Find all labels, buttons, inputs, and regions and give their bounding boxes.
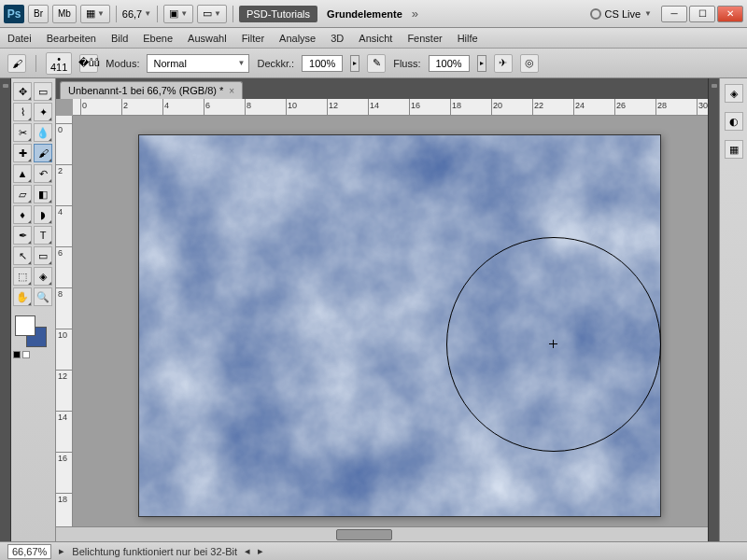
menu-bearbeiten[interactable]: Bearbeiten (47, 33, 96, 44)
menu-filter[interactable]: Filter (242, 33, 264, 44)
view-extras-button[interactable]: ▦▼ (80, 5, 110, 23)
scrollbar-horizontal[interactable] (56, 526, 708, 541)
workspace-secondary[interactable]: Grundelemente (321, 8, 408, 20)
document-area: Unbenannt-1 bei 66,7% (RGB/8) * × 024681… (56, 78, 708, 541)
menu-hilfe[interactable]: Hilfe (458, 33, 478, 44)
healing-tool[interactable]: ✚ (13, 144, 32, 162)
status-nav-left[interactable]: ◂ (245, 545, 250, 557)
status-flyout-icon[interactable]: ▸ (59, 545, 64, 557)
layers-panel-icon[interactable]: ◈ (725, 84, 743, 103)
menu-fenster[interactable]: Fenster (407, 33, 442, 44)
opacity-label: Deckkr.: (257, 58, 294, 69)
toolbox: ✥▭ ⌇✦ ✂💧 ✚🖌 ▲↶ ▱◧ ♦◗ ✒T ↖▭ ⬚◈ ✋🔍 (11, 78, 56, 541)
opacity-flyout[interactable]: ▸ (350, 55, 359, 72)
menu-datei[interactable]: Datei (7, 33, 32, 44)
pen-tool[interactable]: ✒ (13, 226, 32, 245)
minibridge-button[interactable]: Mb (52, 5, 77, 23)
scrollbar-thumb[interactable] (336, 529, 392, 540)
right-dock-strip[interactable] (708, 78, 719, 541)
default-colors[interactable] (13, 351, 53, 358)
options-bar: 🖌 •411 �ůů Modus: Normal Deckkr.: 100% ▸… (0, 49, 747, 78)
tab-title: Unbenannt-1 bei 66,7% (RGB/8) * (68, 85, 223, 96)
left-dock-strip[interactable] (0, 78, 11, 541)
path-select-tool[interactable]: ↖ (13, 246, 32, 265)
title-bar: Ps Br Mb ▦▼ 66,7▼ ▣▼ ▭▼ PSD-Tutorials Gr… (0, 0, 747, 28)
history-brush-tool[interactable]: ↶ (34, 164, 52, 183)
move-tool[interactable]: ✥ (13, 82, 32, 101)
menu-auswahl[interactable]: Auswahl (188, 33, 227, 44)
brush-preset-picker[interactable]: •411 (46, 52, 72, 75)
status-zoom[interactable]: 66,67% (7, 544, 51, 559)
menu-bar: Datei Bearbeiten Bild Ebene Auswahl Filt… (0, 28, 747, 49)
crop-tool[interactable]: ✂ (13, 123, 32, 142)
grid-icon: ▣ (169, 7, 178, 20)
type-tool[interactable]: T (34, 226, 52, 245)
flow-label: Fluss: (393, 58, 420, 69)
tablet-pressure-icon[interactable]: ◎ (520, 54, 539, 73)
3d-tool[interactable]: ⬚ (13, 267, 32, 286)
mode-label: Modus: (106, 58, 139, 69)
svg-rect-2 (139, 135, 660, 516)
tab-close-icon[interactable]: × (229, 86, 234, 96)
airbrush-icon[interactable]: ✈ (494, 54, 513, 73)
document-tab[interactable]: Unbenannt-1 bei 66,7% (RGB/8) * × (60, 81, 243, 99)
window-maximize[interactable]: ☐ (689, 6, 715, 22)
app-logo: Ps (4, 5, 24, 23)
wand-tool[interactable]: ✦ (34, 103, 52, 121)
cslive-icon (590, 8, 601, 20)
zoom-tool[interactable]: 🔍 (34, 287, 52, 306)
document-tabs: Unbenannt-1 bei 66,7% (RGB/8) * × (56, 78, 708, 99)
opacity-pressure-icon[interactable]: ✎ (367, 54, 386, 73)
gradient-tool[interactable]: ◧ (34, 185, 52, 203)
menu-ebene[interactable]: Ebene (143, 33, 173, 44)
current-tool-icon[interactable]: 🖌 (7, 54, 26, 73)
menu-ansicht[interactable]: Ansicht (359, 33, 392, 44)
right-panel-dock: ◈ ◐ ▦ (719, 78, 747, 541)
adjustments-panel-icon[interactable]: ◐ (725, 112, 743, 131)
menu-bild[interactable]: Bild (111, 33, 128, 44)
menu-3d[interactable]: 3D (331, 33, 344, 44)
bridge-button[interactable]: Br (28, 5, 49, 23)
marquee-tool[interactable]: ▭ (34, 82, 52, 101)
canvas-viewport[interactable] (73, 116, 708, 526)
ruler-horizontal[interactable]: 024681012141618202224262830 (73, 99, 708, 116)
status-message: Belichtung funktioniert nur bei 32-Bit (72, 546, 237, 557)
eyedropper-tool[interactable]: 💧 (34, 123, 52, 142)
channels-panel-icon[interactable]: ▦ (725, 140, 743, 159)
window-close[interactable]: ✕ (717, 6, 743, 22)
lasso-tool[interactable]: ⌇ (13, 103, 32, 121)
workspace-primary[interactable]: PSD-Tutorials (239, 6, 317, 22)
color-swatches[interactable] (13, 314, 47, 347)
blur-tool[interactable]: ♦ (13, 205, 32, 224)
opacity-input[interactable]: 100% (302, 55, 343, 72)
screen-mode-button[interactable]: ▭▼ (197, 5, 227, 23)
shape-tool[interactable]: ▭ (34, 246, 52, 265)
zoom-level-dropdown[interactable]: 66,7▼ (122, 8, 151, 20)
workspace-more[interactable]: » (412, 7, 418, 21)
blend-mode-select[interactable]: Normal (147, 54, 249, 73)
foreground-color[interactable] (15, 315, 35, 336)
dodge-tool[interactable]: ◗ (34, 205, 52, 224)
cs-live-button[interactable]: CS Live▼ (585, 8, 657, 20)
flow-input[interactable]: 100% (429, 55, 470, 72)
eraser-tool[interactable]: ▱ (13, 185, 32, 203)
menu-analyse[interactable]: Analyse (279, 33, 316, 44)
canvas[interactable] (138, 134, 661, 517)
brush-panel-toggle[interactable]: �ůů (79, 54, 98, 73)
arrange-docs-button[interactable]: ▣▼ (163, 5, 193, 23)
hand-tool[interactable]: ✋ (13, 287, 32, 306)
flow-flyout[interactable]: ▸ (477, 55, 486, 72)
status-bar: 66,67% ▸ Belichtung funktioniert nur bei… (0, 541, 747, 560)
canvas-content (139, 135, 660, 516)
ruler-vertical[interactable]: 024681012141618 (56, 116, 73, 526)
stamp-tool[interactable]: ▲ (13, 164, 32, 183)
window-minimize[interactable]: ─ (661, 6, 687, 22)
status-nav-right[interactable]: ▸ (258, 545, 263, 557)
3d-camera-tool[interactable]: ◈ (34, 267, 52, 286)
brush-tool[interactable]: 🖌 (34, 144, 52, 162)
screen-icon: ▭ (203, 7, 212, 20)
filmstrip-icon: ▦ (86, 7, 95, 20)
main-area: ✥▭ ⌇✦ ✂💧 ✚🖌 ▲↶ ▱◧ ♦◗ ✒T ↖▭ ⬚◈ ✋🔍 Unbenan… (0, 78, 747, 541)
